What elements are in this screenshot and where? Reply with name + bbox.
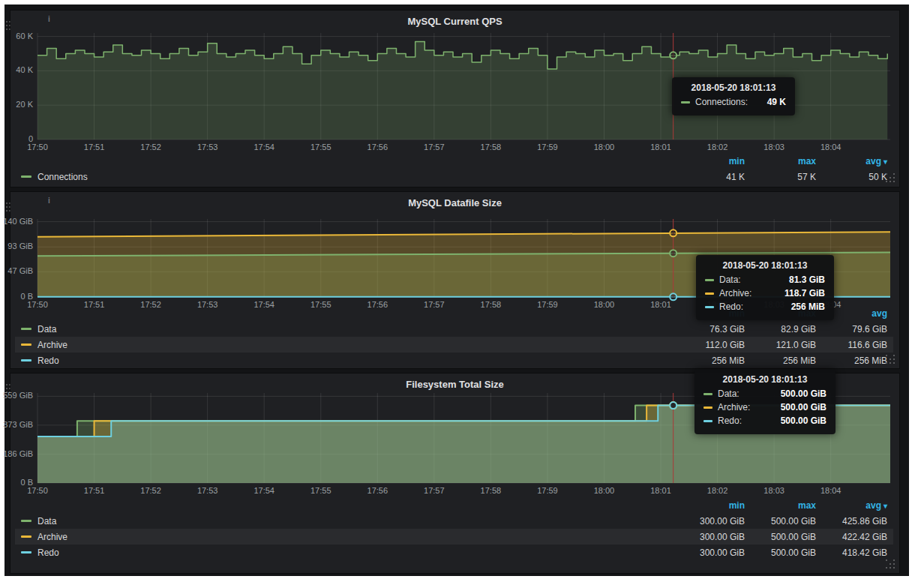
- series-color-dash: [705, 306, 714, 308]
- series-color-dash: [681, 101, 690, 104]
- panel-drag-handle[interactable]: [6, 202, 8, 204]
- legend-series-toggle[interactable]: Archive: [21, 340, 68, 350]
- series-color-dash: [704, 420, 712, 422]
- tooltip-timestamp: 2018-05-20 18:01:13: [681, 82, 786, 93]
- x-tick-label: 17:58: [474, 142, 507, 152]
- x-tick-label: 17:59: [531, 300, 564, 309]
- x-tick-label: 17:57: [418, 300, 451, 309]
- legend-header-min[interactable]: min: [674, 156, 745, 166]
- y-tick-label: 559 GiB: [3, 391, 33, 400]
- hover-point-marker: [670, 293, 676, 300]
- tooltip-row: Archive: 118.7 GiB: [705, 288, 825, 298]
- x-tick-label: 17:55: [304, 486, 338, 495]
- stat-max: 121.0 GiB: [745, 340, 816, 350]
- series-color-dash: [21, 176, 32, 178]
- legend-header-avg[interactable]: avg▾: [816, 156, 887, 166]
- legend-row-redo: Redo 256 MiB 256 MiB 256 MiB: [15, 352, 893, 368]
- stat-avg: 425.86 GiB: [816, 516, 887, 526]
- x-tick-label: 17:51: [78, 486, 111, 495]
- x-tick-label: 18:00: [587, 486, 620, 495]
- tooltip-row: Redo: 256 MiB: [705, 302, 825, 312]
- x-tick-label: 18:00: [587, 300, 620, 309]
- series-color-dash: [21, 520, 32, 522]
- stat-min: 41 K: [674, 172, 745, 182]
- tooltip-row: Redo: 500.00 GiB: [704, 416, 826, 426]
- series-color-dash: [705, 292, 714, 295]
- x-tick-label: 17:55: [304, 300, 338, 309]
- x-tick-label: 17:54: [248, 300, 280, 309]
- panel-resize-handle[interactable]: [886, 173, 895, 182]
- panel-resize-handle[interactable]: [886, 355, 895, 364]
- tooltip-qps: 2018-05-20 18:01:13 Connections: 49 K: [672, 77, 795, 116]
- series-color-dash: [704, 393, 712, 395]
- stat-min: 112.0 GiB: [674, 340, 745, 350]
- x-tick-label: 17:52: [134, 142, 167, 152]
- tooltip-datafile: 2018-05-20 18:01:13 Data: 81.3 GiB Archi…: [696, 255, 834, 320]
- y-tick-label: 0: [3, 134, 33, 143]
- tooltip-row: Archive: 500.00 GiB: [704, 402, 826, 412]
- y-tick-label: 373 GiB: [3, 420, 33, 429]
- series-color-dash: [21, 359, 32, 362]
- legend-stats-header: min max avg▾: [674, 499, 887, 512]
- stat-avg: 422.42 GiB: [816, 532, 887, 542]
- legend-series-toggle[interactable]: Data: [21, 516, 56, 526]
- legend-header-max[interactable]: max: [745, 156, 816, 166]
- y-tick-label: 40 K: [3, 65, 33, 74]
- y-tick-label: 0 B: [3, 292, 33, 301]
- x-tick-label: 17:50: [21, 486, 54, 495]
- x-tick-label: 17:53: [191, 486, 224, 495]
- panel-drag-handle[interactable]: [6, 384, 8, 386]
- stat-min: 76.3 GiB: [674, 324, 745, 334]
- legend-header-max[interactable]: max: [745, 500, 816, 511]
- x-tick-label: 17:57: [418, 486, 451, 495]
- stat-min: 300.00 GiB: [674, 516, 745, 526]
- stat-avg: 50 K: [816, 172, 887, 182]
- hover-point-marker: [670, 230, 676, 236]
- panel-drag-handle[interactable]: [6, 21, 8, 22]
- series-color-dash: [21, 536, 32, 538]
- panel-title[interactable]: MySQL Current QPS: [10, 16, 899, 27]
- stat-avg: 116.6 GiB: [816, 340, 887, 350]
- x-tick-label: 17:54: [248, 142, 280, 152]
- hover-point-marker: [670, 52, 676, 58]
- legend-series-toggle[interactable]: Data: [21, 324, 56, 334]
- hover-point-marker: [670, 402, 676, 409]
- panel-resize-handle[interactable]: [886, 560, 895, 568]
- panel-title[interactable]: MySQL Datafile Size: [10, 197, 899, 208]
- x-tick-label: 18:02: [701, 486, 734, 495]
- x-tick-label: 18:04: [814, 486, 848, 495]
- series-color-dash: [705, 279, 714, 281]
- legend-header-min[interactable]: min: [674, 500, 745, 511]
- x-tick-label: 17:50: [21, 142, 54, 152]
- x-tick-label: 17:58: [474, 486, 507, 495]
- legend-series-toggle[interactable]: Redo: [21, 548, 59, 558]
- legend-row-data: Data 76.3 GiB 82.9 GiB 79.6 GiB: [15, 321, 893, 337]
- x-tick-label: 18:01: [644, 486, 677, 495]
- series-color-dash: [21, 551, 32, 554]
- x-tick-label: 17:53: [191, 300, 224, 309]
- caret-down-icon: ▾: [884, 158, 887, 166]
- stat-min: 256 MiB: [674, 356, 745, 366]
- x-tick-label: 17:51: [78, 142, 111, 152]
- stat-max: 500.00 GiB: [745, 548, 816, 558]
- legend-header-avg[interactable]: avg▾: [816, 500, 887, 511]
- tooltip-filesystem: 2018-05-20 18:01:13 Data: 500.00 GiB Arc…: [694, 369, 836, 434]
- series-color-dash: [21, 328, 32, 330]
- x-tick-label: 17:56: [361, 486, 394, 495]
- x-tick-label: 18:01: [644, 142, 677, 152]
- legend-series-toggle[interactable]: Redo: [21, 356, 59, 366]
- stat-min: 300.00 GiB: [674, 532, 745, 542]
- x-tick-label: 17:52: [134, 486, 167, 495]
- legend-stats-header: min max avg▾: [674, 154, 887, 168]
- tooltip-timestamp: 2018-05-20 18:01:13: [704, 374, 826, 385]
- legend-series-toggle[interactable]: Connections: [21, 172, 88, 182]
- legend-row-redo: Redo 300.00 GiB 500.00 GiB 418.42 GiB: [15, 544, 893, 560]
- x-tick-label: 18:03: [758, 486, 790, 495]
- tooltip-row: Data: 81.3 GiB: [705, 274, 825, 285]
- stat-max: 57 K: [745, 172, 816, 182]
- legend-series-toggle[interactable]: Archive: [21, 532, 68, 542]
- stat-avg: 79.6 GiB: [816, 324, 887, 334]
- legend-row-connections: Connections 41 K 57 K 50 K: [15, 169, 893, 184]
- x-tick-label: 17:57: [418, 142, 451, 152]
- stat-max: 500.00 GiB: [745, 532, 816, 542]
